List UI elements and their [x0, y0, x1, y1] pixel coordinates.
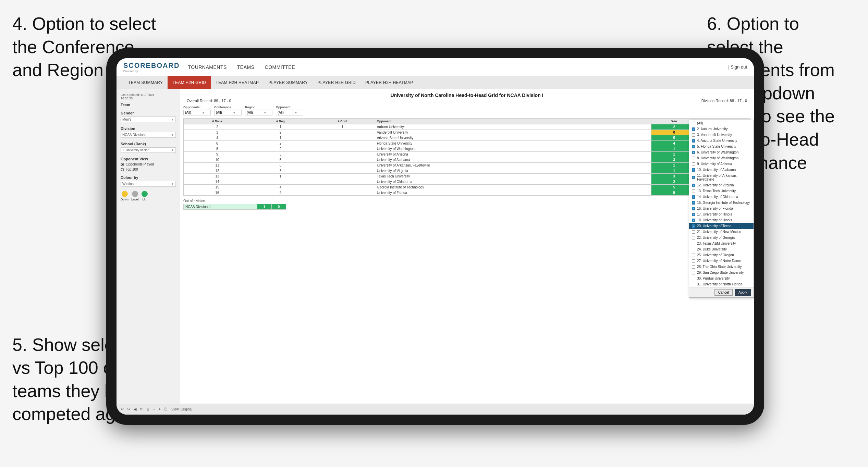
toolbar-refresh[interactable]: ⟳: [139, 406, 144, 412]
dd-item-5[interactable]: ✓ 5. Florida State University: [689, 144, 754, 149]
dd-checkbox-18[interactable]: ✓: [692, 219, 695, 222]
sidebar-gender-section: Gender Men's ▼: [121, 111, 176, 122]
toolbar-timer[interactable]: ⏱: [163, 406, 169, 412]
filter-opponent-select[interactable]: (All)▼: [276, 110, 303, 115]
sidebar-colour-select[interactable]: Win/loss ▼: [121, 181, 176, 187]
dd-item-31[interactable]: 31. University of North Florida: [689, 281, 754, 287]
subnav-team-summary[interactable]: TEAM SUMMARY: [123, 76, 168, 89]
dd-item-27[interactable]: 27. University of Notre Dame: [689, 258, 754, 264]
dd-checkbox-all[interactable]: [692, 122, 695, 125]
dd-item-3[interactable]: 3. Vanderbilt University: [689, 132, 754, 138]
dd-checkbox-28[interactable]: [692, 265, 695, 269]
dd-item-21[interactable]: 21. University of New Mexico: [689, 229, 754, 235]
dd-checkbox-9[interactable]: [692, 162, 695, 166]
dd-checkbox-31[interactable]: [692, 283, 695, 286]
subnav-player-h2h-heatmap[interactable]: PLAYER H2H HEATMAP: [360, 76, 418, 89]
apply-button[interactable]: Apply: [735, 289, 751, 296]
dd-checkbox-22[interactable]: [692, 236, 695, 239]
dd-checkbox-27[interactable]: [692, 259, 695, 263]
subnav-team-h2h-grid[interactable]: TEAM H2H GRID: [168, 76, 211, 89]
cell-reg: 2: [251, 130, 310, 135]
toolbar-plus[interactable]: +: [158, 406, 161, 412]
dd-checkbox-20[interactable]: ✓: [692, 224, 695, 228]
cell-reg: 6: [251, 163, 310, 168]
dd-checkbox-13[interactable]: [692, 189, 695, 193]
dd-checkbox-11[interactable]: ✓: [692, 176, 695, 179]
nav-tournaments[interactable]: TOURNAMENTS: [188, 64, 227, 70]
dd-label-10: 10. University of Alabama: [697, 168, 736, 172]
dd-checkbox-25[interactable]: [692, 254, 695, 257]
dd-checkbox-14[interactable]: ✓: [692, 195, 695, 199]
toolbar-redo[interactable]: ↪: [126, 406, 131, 412]
dd-checkbox-30[interactable]: [692, 277, 695, 280]
dd-item-18[interactable]: ✓ 18. University of Illinois: [689, 217, 754, 223]
dd-item-8[interactable]: 8. University of Washington: [689, 155, 754, 161]
dd-item-10[interactable]: ✓ 10. University of Alabama: [689, 167, 754, 173]
dd-label-16: 16. University of Florida: [697, 207, 733, 210]
dd-item-all[interactable]: (All): [689, 120, 754, 126]
dd-checkbox-5[interactable]: ✓: [692, 145, 695, 148]
nav-committee[interactable]: COMMITTEE: [265, 64, 295, 70]
dd-item-9[interactable]: 9. University of Arizona: [689, 161, 754, 167]
dd-item-13[interactable]: 13. Texas Tech University: [689, 188, 754, 194]
dd-checkbox-15[interactable]: ✓: [692, 201, 695, 205]
dd-item-11[interactable]: ✓ 11. University of Arkansas, Fayettevil…: [689, 173, 754, 182]
dd-checkbox-16[interactable]: ✓: [692, 207, 695, 210]
toolbar-undo[interactable]: ↩: [120, 406, 124, 412]
sidebar-gender-select[interactable]: Men's ▼: [121, 116, 176, 122]
dd-label-29: 29. San Diego State University: [697, 271, 744, 274]
dd-item-29[interactable]: 29. San Diego State University: [689, 270, 754, 275]
dd-checkbox-12[interactable]: ✓: [692, 184, 695, 187]
dd-checkbox-17[interactable]: ✓: [692, 213, 695, 216]
dd-checkbox-10[interactable]: ✓: [692, 168, 695, 172]
dd-item-4[interactable]: ✓ 4. Arizona State University: [689, 138, 754, 144]
table-row: 14University of Oklahoma22: [184, 179, 750, 185]
subnav-team-h2h-heatmap[interactable]: TEAM H2H HEATMAP: [211, 76, 264, 89]
toolbar-copy[interactable]: ⊞: [146, 406, 150, 412]
radio-top100[interactable]: Top 100: [121, 168, 176, 171]
dd-checkbox-8[interactable]: [692, 157, 695, 160]
opponent-dropdown[interactable]: (All) ✓ 2. Auburn University 3. Vanderbi…: [689, 120, 754, 298]
dd-label-20: 20. University of Texas: [697, 224, 731, 228]
cell-conf: [310, 135, 375, 141]
subnav-player-h2h-grid[interactable]: PLAYER H2H GRID: [313, 76, 360, 89]
nav-signout[interactable]: | Sign out: [728, 64, 747, 70]
dd-checkbox-6[interactable]: ✓: [692, 151, 695, 154]
table-row: 123University of Virginia10: [184, 168, 750, 174]
dd-checkbox-21[interactable]: [692, 230, 695, 234]
dd-checkbox-23[interactable]: [692, 242, 695, 245]
dd-checkbox-3[interactable]: [692, 133, 695, 137]
dd-item-12[interactable]: ✓ 12. University of Virginia: [689, 182, 754, 188]
dd-item-28[interactable]: 28. The Ohio State University: [689, 264, 754, 270]
dd-item-16[interactable]: ✓ 16. University of Florida: [689, 206, 754, 211]
dd-item-15[interactable]: ✓ 15. Georgia Institute of Technology: [689, 200, 754, 206]
dd-checkbox-29[interactable]: [692, 271, 695, 274]
filter-conference-select[interactable]: (All)▼: [214, 110, 242, 115]
dd-item-22[interactable]: 22. University of Georgia: [689, 235, 754, 241]
dd-item-30[interactable]: 30. Purdue University: [689, 275, 754, 281]
nav-teams[interactable]: TEAMS: [237, 64, 255, 70]
dd-checkbox-2[interactable]: ✓: [692, 127, 695, 131]
dd-checkbox-24[interactable]: [692, 248, 695, 251]
dd-item-23[interactable]: 23. Texas A&M University: [689, 241, 754, 246]
dd-item-24[interactable]: 24. Duke University: [689, 246, 754, 252]
subnav-player-summary[interactable]: PLAYER SUMMARY: [264, 76, 313, 89]
dd-item-2[interactable]: ✓ 2. Auburn University: [689, 126, 754, 132]
toolbar-back[interactable]: ◀: [133, 406, 137, 412]
dd-item-17[interactable]: ✓ 17. University of Illinois: [689, 211, 754, 217]
sidebar-school-label: School (Rank): [121, 142, 176, 146]
cell-rank: 11: [184, 163, 251, 168]
dd-item-6[interactable]: ✓ 6. University of Washington: [689, 149, 754, 155]
toolbar-minus[interactable]: −: [152, 406, 156, 412]
legend-level: Level: [131, 191, 139, 201]
dd-item-20[interactable]: ✓ 20. University of Texas: [689, 223, 754, 229]
filter-opponents-select[interactable]: (All)▼: [183, 110, 211, 115]
sidebar-school-select[interactable]: 1. University of Nort... ▼: [121, 147, 176, 153]
sidebar-division-select[interactable]: NCAA Division I ▼: [121, 132, 176, 138]
filter-region-select[interactable]: (All)▼: [245, 110, 272, 115]
dd-checkbox-4[interactable]: ✓: [692, 139, 695, 143]
dd-item-25[interactable]: 25. University of Oregon: [689, 252, 754, 258]
dd-item-14[interactable]: ✓ 14. University of Oklahoma: [689, 194, 754, 200]
radio-opponents-played[interactable]: Opponents Played: [121, 162, 176, 166]
cancel-button[interactable]: Cancel: [714, 289, 733, 296]
